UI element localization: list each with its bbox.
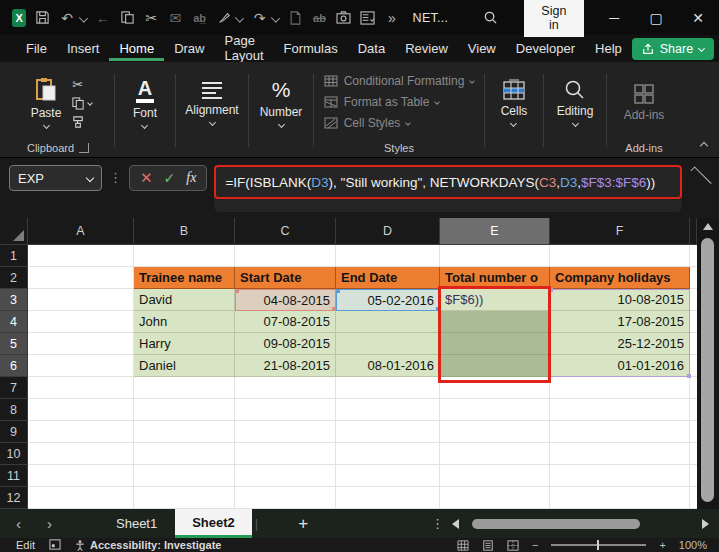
maximize-icon[interactable]: ▢ [635, 0, 677, 35]
cell-e6[interactable] [440, 355, 550, 377]
cell-b2[interactable]: Trainee name [134, 267, 235, 289]
cells-button[interactable]: Cells [492, 77, 537, 128]
save-icon[interactable] [35, 8, 50, 28]
tab-help[interactable]: Help [585, 37, 632, 61]
row-header-5[interactable]: 5 [0, 333, 28, 355]
draw-touch-dropdown-icon[interactable] [235, 13, 244, 22]
cell[interactable] [134, 443, 235, 465]
tab-review[interactable]: Review [395, 37, 458, 61]
scroll-left-icon[interactable] [452, 519, 459, 529]
cell[interactable] [550, 421, 690, 443]
sheet-tab-sheet2[interactable]: Sheet2 [175, 509, 252, 538]
tab-home[interactable]: Home [109, 37, 164, 61]
tab-data[interactable]: Data [348, 37, 395, 61]
cell[interactable] [134, 465, 235, 487]
cell-e3-editing[interactable]: $F$6)) [440, 289, 550, 311]
cell[interactable] [235, 465, 336, 487]
cell-c5[interactable]: 09-08-2015 [235, 333, 336, 355]
row-header-7[interactable]: 7 [0, 377, 28, 399]
redo-icon[interactable]: ↷ [252, 8, 267, 28]
cell[interactable] [336, 487, 440, 509]
formula-input[interactable]: =IF(ISBLANK(D3), "Still working", NETWOR… [214, 165, 682, 199]
cell[interactable] [336, 245, 440, 267]
cell[interactable] [440, 465, 550, 487]
cell[interactable] [235, 487, 336, 509]
cell-d4[interactable] [336, 311, 440, 333]
page-layout-view-icon[interactable] [482, 540, 494, 551]
select-all-corner[interactable] [0, 218, 28, 245]
zoom-out-icon[interactable]: − [532, 539, 538, 551]
clipboard-dialog-launcher-icon[interactable] [79, 143, 89, 153]
redo-dropdown-icon[interactable] [271, 13, 280, 22]
insert-function-icon[interactable]: fx [186, 170, 196, 186]
vertical-scrollbar-thumb[interactable] [701, 238, 714, 502]
new-file-icon[interactable] [288, 8, 303, 28]
cell[interactable] [134, 421, 235, 443]
cell[interactable] [440, 443, 550, 465]
cell[interactable] [440, 245, 550, 267]
draw-touch-icon[interactable] [216, 8, 231, 28]
prev-sheet-icon[interactable]: ‹ [16, 515, 21, 532]
zoom-slider[interactable] [551, 544, 646, 546]
cell[interactable] [28, 487, 134, 509]
cell[interactable] [235, 443, 336, 465]
cell-d5[interactable] [336, 333, 440, 355]
search-icon[interactable] [483, 8, 498, 28]
page-break-view-icon[interactable] [507, 540, 519, 551]
column-header-a[interactable]: A [28, 218, 134, 245]
cell[interactable] [134, 399, 235, 421]
name-box[interactable]: EXP [9, 165, 102, 191]
cell-f5[interactable]: 25-12-2015 [550, 333, 690, 355]
cell-d6[interactable]: 08-01-2016 [336, 355, 440, 377]
tab-formulas[interactable]: Formulas [274, 37, 348, 61]
cell-e4[interactable] [440, 311, 550, 333]
cell[interactable] [550, 245, 690, 267]
cell[interactable] [440, 421, 550, 443]
cell-c6[interactable]: 21-08-2015 [235, 355, 336, 377]
row-header-1[interactable]: 1 [0, 245, 28, 267]
cell-d3[interactable]: 05-02-2016 [336, 289, 440, 311]
row-header-6[interactable]: 6 [0, 355, 28, 377]
undo-icon[interactable]: ↶ [60, 8, 75, 28]
copy-icon[interactable] [119, 8, 134, 28]
horizontal-scrollbar-thumb[interactable] [472, 519, 640, 529]
formula-input-area[interactable]: =IF(ISBLANK(D3), "Still working", NETWOR… [214, 165, 682, 212]
cancel-icon[interactable]: ✕ [140, 169, 153, 187]
row-header-8[interactable]: 8 [0, 399, 28, 421]
mail-icon[interactable]: ✉ [168, 8, 183, 28]
vertical-scrollbar[interactable] [697, 218, 719, 509]
cell-f4[interactable]: 17-08-2015 [550, 311, 690, 333]
cell[interactable] [235, 421, 336, 443]
cell[interactable] [550, 377, 690, 399]
collapse-formula-bar-icon[interactable] [690, 166, 711, 187]
alignment-button[interactable]: Alignment [176, 78, 247, 127]
cell[interactable] [336, 399, 440, 421]
editing-button[interactable]: Editing [548, 77, 603, 128]
cell[interactable] [550, 399, 690, 421]
cell-f6[interactable]: 01-01-2016 [550, 355, 690, 377]
cell[interactable] [336, 443, 440, 465]
cell[interactable] [28, 333, 134, 355]
column-header-b[interactable]: B [134, 218, 235, 245]
row-header-3[interactable]: 3 [0, 289, 28, 311]
cell[interactable] [28, 355, 134, 377]
cell[interactable] [134, 245, 235, 267]
column-header-e[interactable]: E [440, 218, 550, 245]
column-header-f[interactable]: F [550, 218, 690, 245]
tab-view[interactable]: View [458, 37, 506, 61]
cell-c3[interactable]: 04-08-2015 [235, 289, 336, 311]
cell-c2[interactable]: Start Date [235, 267, 336, 289]
cell[interactable] [28, 465, 134, 487]
cell[interactable] [134, 377, 235, 399]
cell-b6[interactable]: Daniel [134, 355, 235, 377]
camera-icon[interactable] [336, 8, 351, 28]
cell-e5[interactable] [440, 333, 550, 355]
cell[interactable] [440, 487, 550, 509]
cell[interactable] [28, 311, 134, 333]
cell[interactable] [336, 421, 440, 443]
cell[interactable] [440, 377, 550, 399]
row-header-10[interactable]: 10 [0, 443, 28, 465]
font-button[interactable]: A Font [124, 75, 166, 130]
next-sheet-icon[interactable]: › [47, 515, 52, 532]
row-header-9[interactable]: 9 [0, 421, 28, 443]
